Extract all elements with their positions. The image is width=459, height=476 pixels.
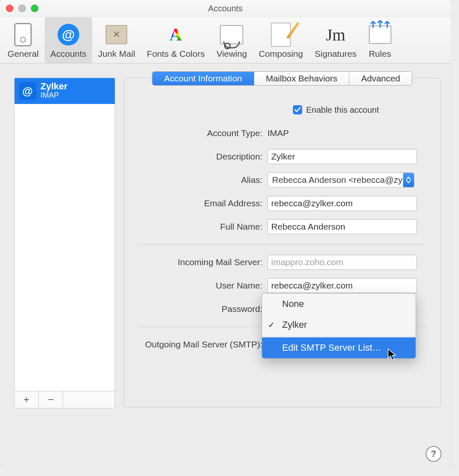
remove-account-button[interactable]: − [39,391,63,408]
add-account-button[interactable]: + [15,391,39,408]
password-label: Password: [137,304,267,314]
glasses-icon [220,23,243,46]
enable-account-checkbox[interactable] [293,105,302,114]
titlebar: Accounts [0,0,451,17]
toolbar-rules[interactable]: Rules [363,17,398,63]
device-icon [11,23,35,46]
alias-row: Alias: Rebecca Anderson <rebecca@zylker.… [124,168,440,192]
checkmark-icon: ✓ [268,320,275,330]
enable-account-label: Enable this account [306,105,379,115]
email-row: Email Address: [124,192,440,215]
compose-icon [269,23,293,46]
separator [137,244,427,245]
toolbar-label: Signatures [315,49,356,59]
toolbar-fonts-colors[interactable]: A Fonts & Colors [141,17,211,63]
fonts-icon: A [164,23,187,46]
account-type-value: IMAP [267,128,427,138]
account-name: Zylker [40,82,68,91]
smtp-dropdown-menu: None ✓ Zylker Edit SMTP Server List… [262,293,416,359]
smtp-option-current[interactable]: ✓ Zylker [262,314,416,335]
fullname-row: Full Name: [124,215,440,238]
alias-value: Rebecca Anderson <rebecca@zylker.com> [272,175,414,185]
smtp-option-edit-list[interactable]: Edit SMTP Server List… [262,337,416,358]
at-icon: @ [57,23,80,46]
toolbar-signatures[interactable]: Jm Signatures [309,17,362,63]
toolbar-viewing[interactable]: Viewing [211,17,253,63]
toolbar-composing[interactable]: Composing [253,17,309,63]
toolbar-label: Viewing [217,49,247,59]
incoming-input [267,255,417,270]
toolbar-general[interactable]: General [2,17,45,63]
tab-advanced[interactable]: Advanced [349,72,411,85]
account-list: @ Zylker IMAP [15,78,115,391]
accounts-sidebar: @ Zylker IMAP + − [14,78,115,408]
window-title: Accounts [0,4,451,13]
sidebar-footer-spacer [63,391,115,408]
username-label: User Name: [137,281,267,291]
toolbar-junk-mail[interactable]: Junk Mail [92,17,141,63]
checkmark-icon [294,106,301,113]
toolbar-label: Fonts & Colors [147,49,205,59]
description-input[interactable] [267,149,417,164]
preferences-toolbar: General @ Accounts Junk Mail A Fonts & C… [0,17,451,63]
rules-icon [368,23,392,46]
description-row: Description: [124,145,440,168]
account-type-label: Account Type: [137,128,267,138]
settings-tabs: Account Information Mailbox Behaviors Ad… [152,71,412,86]
tab-mailbox-behaviors[interactable]: Mailbox Behaviors [254,72,350,85]
sidebar-footer: + − [15,391,115,408]
at-icon: @ [19,82,36,100]
description-label: Description: [137,152,267,162]
toolbar-label: Rules [369,49,391,59]
account-row-zylker[interactable]: @ Zylker IMAP [15,78,115,104]
signature-icon: Jm [324,23,347,46]
username-input[interactable] [267,278,417,293]
account-type-row: Account Type: IMAP [124,122,440,145]
toolbar-label: Accounts [50,49,86,59]
toolbar-label: General [8,49,39,59]
enable-account-row: Enable this account [124,98,440,122]
toolbar-label: Junk Mail [98,49,135,59]
fullname-label: Full Name: [137,222,267,232]
email-input[interactable] [267,196,417,211]
updown-icon [403,173,414,187]
incoming-row: Incoming Mail Server: [124,251,440,274]
toolbar-accounts[interactable]: @ Accounts [45,17,92,63]
help-button[interactable]: ? [426,446,441,462]
smtp-option-current-label: Zylker [282,319,307,330]
tab-account-information[interactable]: Account Information [152,72,254,85]
fullname-input[interactable] [267,219,417,234]
incoming-label: Incoming Mail Server: [137,257,267,267]
trash-box-icon [105,23,128,46]
account-protocol: IMAP [40,91,68,100]
alias-popup[interactable]: Rebecca Anderson <rebecca@zylker.com> [267,172,414,187]
smtp-option-none[interactable]: None [262,294,416,314]
toolbar-label: Composing [259,49,303,59]
alias-label: Alias: [137,175,267,185]
menu-separator [262,336,416,337]
smtp-label: Outgoing Mail Server (SMTP): [137,339,267,349]
email-label: Email Address: [137,198,267,208]
content-area: @ Zylker IMAP + − Account Information Ma… [0,63,451,468]
account-text: Zylker IMAP [40,82,68,100]
preferences-window: Accounts General @ Accounts Junk Mail A … [0,0,451,468]
